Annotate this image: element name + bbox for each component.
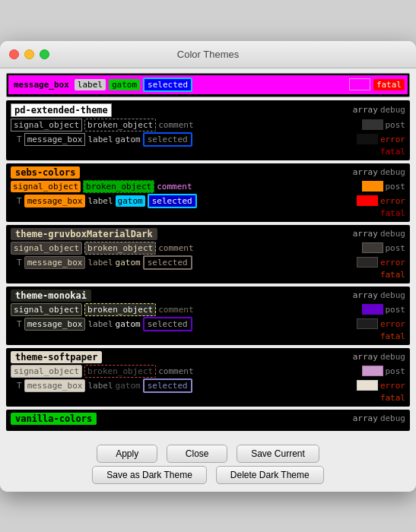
broken-object-tag: broken_object <box>84 365 156 378</box>
gatom-tag: gatom <box>116 381 141 391</box>
label-tag: label <box>87 319 113 329</box>
signal-object-tag: signal_object <box>11 303 82 316</box>
broken-object-tag: broken_object <box>84 119 156 131</box>
broken-object-tag: broken_object <box>84 242 156 255</box>
label-tag: label <box>75 79 106 90</box>
debug-label: debug <box>380 413 405 423</box>
color-swatch <box>357 195 378 206</box>
close-button[interactable]: Close <box>167 445 227 463</box>
main-window: Color Themes message_box label gatom sel… <box>0 41 416 492</box>
message-box-tag: message_box <box>24 256 86 269</box>
theme-row[interactable]: theme-gruvboxMaterialDark array debug si… <box>6 225 410 283</box>
gatom-tag: gatom <box>116 319 141 329</box>
fatal-label: fatal <box>380 331 405 341</box>
selected-tag: selected <box>143 255 192 270</box>
error-label: error <box>380 135 405 144</box>
gatom-tag: gatom <box>116 258 141 268</box>
theme-row[interactable]: theme-monokai array debug signal_object … <box>6 287 410 345</box>
delete-dark-button[interactable]: Delete Dark Theme <box>216 466 324 484</box>
signal-object-tag: signal_object <box>11 181 81 192</box>
titlebar: Color Themes <box>0 41 416 68</box>
theme-name: message_box <box>11 79 71 90</box>
theme-row[interactable]: vanilla-colors array debug <box>6 410 410 431</box>
gatom-tag: gatom <box>116 195 145 207</box>
window-title: Color Themes <box>177 49 239 60</box>
debug-label: debug <box>380 105 405 115</box>
apply-button[interactable]: Apply <box>97 445 157 463</box>
color-swatch <box>357 257 378 268</box>
theme-name: theme-monokai <box>11 290 91 302</box>
color-swatch <box>362 119 383 130</box>
fatal-label: fatal <box>380 393 405 403</box>
theme-name: vanilla-colors <box>11 413 97 425</box>
gatom-tag: gatom <box>109 79 140 90</box>
label-tag: label <box>87 258 113 268</box>
selected-tag: selected <box>143 378 192 393</box>
message-box-tag: message_box <box>24 379 86 392</box>
error-label: error <box>380 319 405 329</box>
selected-tag: selected <box>143 78 192 92</box>
gatom-tag: gatom <box>116 135 141 144</box>
signal-object-tag: signal_object <box>11 365 82 378</box>
fatal-label: fatal <box>380 270 405 280</box>
broken-object-tag: broken_object <box>83 180 154 193</box>
signal-object-tag: signal_object <box>11 242 82 255</box>
save-current-button[interactable]: Save Current <box>237 445 319 463</box>
debug-label: debug <box>380 229 405 239</box>
theme-name: theme-gruvboxMaterialDark <box>11 228 157 240</box>
label-tag: label <box>87 196 113 206</box>
array-label: array <box>353 105 378 115</box>
message-box-tag: message_box <box>24 195 86 207</box>
array-label: array <box>353 413 378 423</box>
color-swatch <box>362 304 383 315</box>
traffic-lights <box>9 49 49 59</box>
color-swatch <box>362 181 383 192</box>
close-button[interactable] <box>9 49 19 59</box>
array-label: array <box>353 352 378 362</box>
comment-tag: comment <box>158 120 193 130</box>
fatal-label: fatal <box>380 208 405 218</box>
color-swatch <box>357 134 378 144</box>
array-label: array <box>353 167 378 177</box>
post-label: post <box>386 243 406 253</box>
post-label: post <box>386 182 406 192</box>
theme-name: pd-extended-theme <box>11 103 112 117</box>
message-box-tag: message_box <box>24 318 86 331</box>
theme-name: theme-softpaper <box>11 351 102 363</box>
theme-row[interactable]: message_box label gatom selected fatal <box>6 73 410 97</box>
comment-tag: comment <box>157 182 192 192</box>
array-label: array <box>353 290 378 300</box>
theme-row[interactable]: sebs-colors array debug signal_object br… <box>6 163 410 222</box>
fatal-label: fatal <box>380 147 405 157</box>
comment-tag: comment <box>158 305 193 315</box>
post-label: post <box>386 366 406 376</box>
debug-label: debug <box>380 352 405 362</box>
theme-row[interactable]: theme-softpaper array debug signal_objec… <box>6 348 410 407</box>
selected-tag: selected <box>148 194 197 208</box>
error-label: error <box>380 381 405 391</box>
theme-row[interactable]: pd-extended-theme array debug signal_obj… <box>6 100 410 160</box>
selected-tag: selected <box>143 317 192 331</box>
minimize-button[interactable] <box>24 49 34 59</box>
comment-tag: comment <box>158 366 193 376</box>
button-row-1: Apply Close Save Current <box>0 439 416 466</box>
error-label: error <box>380 196 405 206</box>
button-row-2: Save as Dark Theme Delete Dark Theme <box>0 466 416 492</box>
color-swatch <box>357 318 378 329</box>
error-label: error <box>380 258 405 268</box>
label-tag: label <box>87 381 113 391</box>
signal-object-tag: signal_object <box>11 119 82 131</box>
array-label: array <box>353 229 378 239</box>
maximize-button[interactable] <box>40 49 49 59</box>
color-swatch <box>357 380 378 391</box>
color-swatch <box>362 242 383 253</box>
broken-object-tag: broken_object <box>84 303 156 316</box>
debug-label: debug <box>380 167 405 177</box>
color-swatch <box>362 366 383 376</box>
selected-tag: selected <box>143 132 192 147</box>
color-swatch <box>349 78 370 90</box>
label-tag: label <box>87 135 113 144</box>
save-dark-button[interactable]: Save as Dark Theme <box>92 466 207 484</box>
theme-list: message_box label gatom selected fatal p… <box>0 68 416 439</box>
post-label: post <box>386 305 406 315</box>
